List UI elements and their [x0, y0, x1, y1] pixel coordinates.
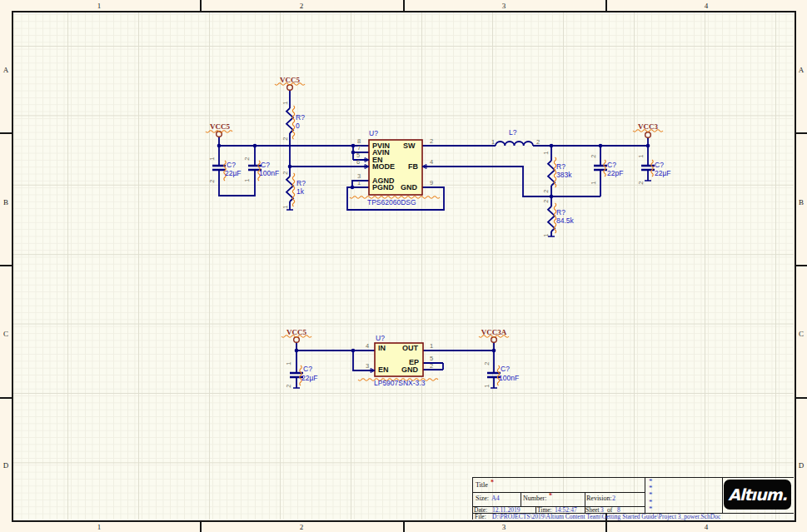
pin-number: 4: [430, 159, 433, 166]
resistor-body-r-1k[interactable]: [286, 177, 293, 201]
value-c-byp[interactable]: 100nF: [259, 170, 279, 177]
designator-r-zero[interactable]: R?: [296, 114, 305, 122]
value-c-in[interactable]: 22µF: [225, 170, 242, 177]
schematic-graphics: [0, 0, 807, 532]
pin-number: 4: [366, 343, 369, 350]
designator-c-in[interactable]: C?: [227, 162, 236, 169]
titleblock-revision-label: Revision:: [586, 495, 612, 502]
designator-u1[interactable]: U?: [369, 130, 378, 137]
power-port-label-vcc3[interactable]: VCC3: [638, 123, 658, 131]
pin-number: 6: [356, 159, 360, 166]
power-port-label-vcc5-lower[interactable]: VCC5: [286, 329, 306, 336]
junction-dot: [351, 186, 355, 190]
part-name-u2[interactable]: LP5907SNX-3.3: [374, 380, 425, 387]
wire-ldo-in-rail[interactable]: [296, 342, 375, 351]
junction-dot: [295, 349, 299, 353]
designator-c-out[interactable]: C?: [655, 162, 664, 169]
pin-name-fb: FB: [408, 163, 418, 171]
designator-ldo-cin[interactable]: C?: [303, 365, 312, 373]
inductor-body-l1[interactable]: [496, 142, 533, 146]
value-r-845k[interactable]: 84.5k: [556, 217, 574, 225]
titleblock-revision-value[interactable]: 2: [612, 495, 615, 502]
designator-r-845k[interactable]: R?: [556, 209, 565, 216]
junction-dot: [217, 144, 222, 148]
value-ldo-cin[interactable]: 22µF: [301, 375, 318, 382]
error-squiggle: [651, 160, 653, 177]
titleblock-line: [521, 492, 521, 506]
part-name-u1[interactable]: TPS62060DSG: [367, 199, 416, 206]
wire-pvin-avin-en[interactable]: [353, 146, 369, 160]
designator-u2[interactable]: U?: [376, 335, 385, 342]
resistor-body-r-383k[interactable]: [548, 161, 555, 186]
titleblock-file-label: File:: [475, 514, 486, 520]
power-ports[interactable]: [217, 85, 651, 343]
titleblock-number-value[interactable]: *: [549, 493, 552, 500]
error-squiggle: [292, 173, 294, 206]
titleblock-star: *: [649, 505, 653, 513]
junction-dot: [351, 151, 356, 155]
designator-c-ff[interactable]: C?: [607, 162, 616, 169]
pin-number: 1: [590, 179, 597, 187]
pin-number: 2: [536, 139, 540, 146]
titleblock-file-value[interactable]: D:\PROJECTS\2019\Altium Content Team\Get…: [492, 514, 720, 520]
junction-dot: [550, 144, 554, 148]
titleblock-number-label: Number:: [523, 495, 546, 502]
wire-ldo-en[interactable]: [353, 351, 375, 370]
power-port-label-vcc3a[interactable]: VCC3A: [481, 329, 507, 336]
error-squiggle: [292, 106, 294, 139]
pin-number: 5: [430, 355, 433, 362]
error-squiggle: [604, 160, 605, 177]
pin-number: 1: [286, 360, 292, 368]
pin-number: 2: [430, 363, 433, 370]
designator-r-1k[interactable]: R?: [296, 180, 306, 187]
pin-name-ldo-gnd: GND: [401, 366, 418, 374]
error-squiggles: [206, 83, 663, 385]
pin-number: 1: [282, 99, 289, 107]
titleblock-size-label: Size:: [476, 495, 489, 502]
power-port-circle-vcc3: [645, 132, 651, 138]
pin-number: 2: [543, 197, 550, 206]
wire-vcc5-rail[interactable]: [219, 137, 369, 146]
pin-name-gnd: GND: [401, 184, 417, 191]
pin-number: 2: [282, 135, 289, 143]
pin-name-mode: MODE: [372, 163, 395, 171]
power-port-label-vcc5-top[interactable]: VCC5: [280, 77, 300, 84]
pin-number: 1: [430, 343, 433, 350]
junction-dot: [351, 144, 356, 148]
power-port-label-vcc5-left[interactable]: VCC5: [210, 123, 230, 131]
schematic-sheet: 1 2 3 4 1 2 3 4 A B C D A B C D: [0, 0, 807, 532]
pin-number: 1: [484, 382, 491, 390]
resistor-body-r-845k[interactable]: [548, 206, 555, 231]
value-r-zero[interactable]: 0: [296, 122, 300, 130]
designator-l1[interactable]: L?: [509, 129, 516, 137]
wire-end-tick: [286, 181, 651, 388]
junction-dot: [599, 144, 603, 148]
junction-dot: [351, 349, 356, 353]
junction-dot: [550, 195, 554, 199]
pin-number: 2: [244, 155, 251, 163]
pin-number: 1: [357, 180, 361, 186]
designator-c-byp[interactable]: C?: [261, 162, 270, 169]
titleblock-size-value[interactable]: A4: [491, 495, 500, 502]
resistor-body-r-zero[interactable]: [286, 108, 293, 133]
pin-number: 3: [366, 363, 369, 370]
altium-logo[interactable]: Altıum.: [724, 480, 791, 510]
value-r-383k[interactable]: 383k: [556, 172, 571, 179]
value-c-ff[interactable]: 22pF: [607, 170, 623, 177]
value-c-out[interactable]: 22µF: [655, 170, 671, 177]
designator-r-383k[interactable]: R?: [556, 163, 565, 171]
titleblock-title-value[interactable]: *: [491, 480, 494, 486]
pin-number: 2: [590, 152, 597, 161]
pin-number: 2: [209, 177, 216, 186]
value-ldo-cout[interactable]: 100nF: [499, 375, 519, 382]
designator-ldo-cout[interactable]: C?: [501, 365, 510, 373]
pin-number: 1: [244, 177, 251, 185]
titleblock-line: [472, 492, 645, 493]
pin-number: 1: [543, 231, 550, 240]
pin-name-pgnd: PGND: [372, 184, 394, 191]
pin-number: 2: [484, 360, 491, 368]
pin-number: 1: [282, 203, 289, 211]
pin-name-ldo-en: EN: [378, 366, 389, 374]
value-r-1k[interactable]: 1k: [296, 188, 304, 196]
wire-fb-net[interactable]: [422, 167, 600, 196]
